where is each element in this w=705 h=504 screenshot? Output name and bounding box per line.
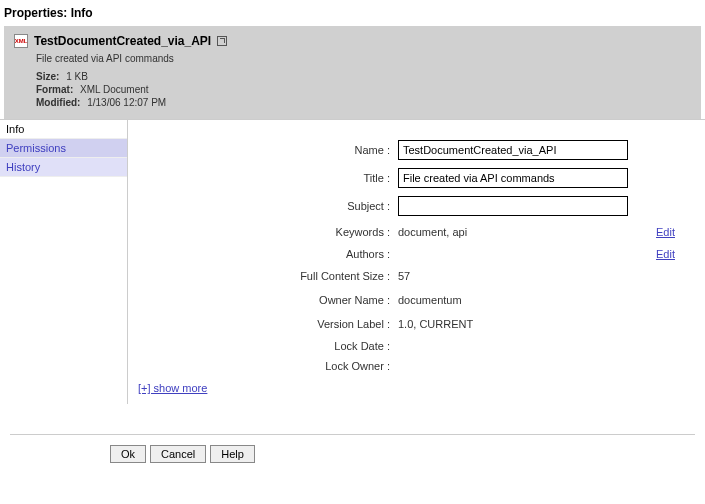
tab-permissions[interactable]: Permissions — [0, 139, 127, 158]
modified-label: Modified: — [36, 97, 80, 108]
fullsize-value: 57 — [398, 268, 410, 284]
format-label: Format: — [36, 84, 73, 95]
sidebar: Info Permissions History — [0, 120, 128, 404]
xml-document-icon: XML — [14, 34, 28, 48]
keywords-edit-link[interactable]: Edit — [656, 226, 695, 238]
title-input[interactable] — [398, 168, 628, 188]
authors-label: Authors : — [138, 248, 398, 260]
lockdate-label: Lock Date : — [138, 340, 398, 352]
document-description: File created via API commands — [14, 51, 691, 70]
size-value: 1 KB — [66, 71, 88, 82]
fullsize-label: Full Content Size : — [138, 270, 398, 282]
tab-history[interactable]: History — [0, 158, 127, 177]
modified-value: 1/13/06 12:07 PM — [87, 97, 166, 108]
owner-label: Owner Name : — [138, 294, 398, 306]
tab-info[interactable]: Info — [0, 120, 127, 139]
ok-button[interactable]: Ok — [110, 445, 146, 463]
size-row: Size: 1 KB — [14, 70, 691, 83]
summary-bar: XML TestDocumentCreated_via_API File cre… — [4, 26, 701, 119]
page-title: Properties: Info — [0, 0, 705, 26]
show-more-link[interactable]: [+] show more — [138, 382, 695, 394]
main-form: Name : Title : Subject : Keywords : docu… — [128, 120, 705, 404]
keywords-label: Keywords : — [138, 226, 398, 238]
divider — [10, 434, 695, 435]
keywords-value: document, api — [398, 224, 467, 240]
button-row: Ok Cancel Help — [0, 445, 705, 473]
popout-icon[interactable] — [217, 36, 227, 46]
lockowner-label: Lock Owner : — [138, 360, 398, 372]
owner-value: documentum — [398, 292, 462, 308]
document-title: TestDocumentCreated_via_API — [34, 34, 211, 48]
subject-label: Subject : — [138, 200, 398, 212]
cancel-button[interactable]: Cancel — [150, 445, 206, 463]
size-label: Size: — [36, 71, 59, 82]
version-value: 1.0, CURRENT — [398, 316, 473, 332]
format-row: Format: XML Document — [14, 83, 691, 96]
format-value: XML Document — [80, 84, 149, 95]
modified-row: Modified: 1/13/06 12:07 PM — [14, 96, 691, 109]
authors-edit-link[interactable]: Edit — [656, 248, 695, 260]
version-label: Version Label : — [138, 318, 398, 330]
name-input[interactable] — [398, 140, 628, 160]
help-button[interactable]: Help — [210, 445, 255, 463]
subject-input[interactable] — [398, 196, 628, 216]
title-label: Title : — [138, 172, 398, 184]
name-label: Name : — [138, 144, 398, 156]
